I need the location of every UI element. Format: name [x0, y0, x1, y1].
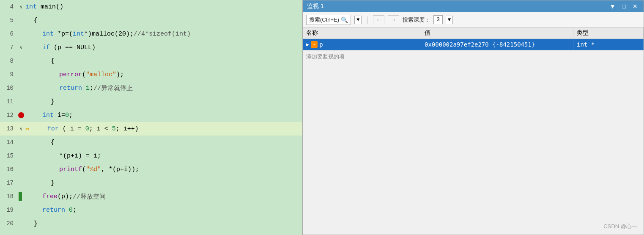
search-icon: 🔍 [341, 17, 348, 23]
code-text: (p); [58, 193, 73, 200]
pin-button[interactable]: ▼ [608, 3, 617, 10]
code-line-10: 10 return 1;//异常就停止 [0, 81, 302, 95]
line-marker-13: ∨ [17, 126, 25, 132]
line-number-5: 5 [0, 17, 17, 24]
code-text: ); [116, 71, 124, 78]
collapse-icon-13[interactable]: ∨ [20, 126, 23, 132]
code-content-8: { [25, 58, 302, 65]
code-content-20: } [25, 220, 302, 227]
header-name: 名称 [303, 28, 421, 39]
watch-table: 名称 值 类型 ▶ ~ p 0x000002a97ef2e270 {-84215… [303, 28, 644, 235]
number: 0 [65, 112, 69, 119]
code-line-12: 12 int i=0; [0, 108, 302, 122]
keyword: for [47, 125, 59, 133]
code-text: main() [37, 3, 63, 11]
search-box[interactable]: 搜索(Ctrl+E) 🔍 [306, 15, 351, 25]
line-number-6: 6 [0, 30, 17, 37]
code-text: , *(p+i)); [101, 166, 139, 173]
code-text: ; i++) [116, 125, 139, 133]
code-text: } [34, 220, 38, 227]
code-text [82, 85, 86, 92]
collapse-icon-7[interactable]: ∨ [20, 45, 23, 50]
variable-icon: ~ [311, 41, 318, 48]
keyword: return [59, 85, 82, 92]
line-marker-18 [17, 192, 25, 201]
line-number-14: 14 [0, 139, 17, 146]
code-line-20: 20 } [0, 217, 302, 230]
nav-forward-button[interactable]: → [388, 15, 399, 24]
watch-titlebar: 监视 1 ▼ □ ✕ [303, 0, 644, 12]
code-line-13: 13 ∨ ⇒ for ( i = 0; i < 5; i++) [0, 122, 302, 135]
code-line-6: 6 int *p=(int*)malloc(20);//4*sizeof(int… [0, 27, 302, 41]
code-line-17: 17 } [0, 176, 302, 190]
code-line-7: 7 ∨ if (p == NULL) [0, 41, 302, 54]
watch-toolbar: 搜索(Ctrl+E) 🔍 ▼ | ← → 搜索深度： 3 ▼ [303, 12, 644, 28]
restore-button[interactable]: □ [621, 3, 628, 10]
keyword: int [25, 3, 37, 11]
code-content-12: int i=0; [25, 112, 302, 119]
nav-back-button[interactable]: ← [373, 15, 384, 24]
code-content-5: { [25, 17, 302, 24]
line-number-19: 19 [0, 207, 17, 213]
watch-cell-type-p: int * [573, 39, 644, 50]
line-number-4: 4 [0, 3, 17, 10]
number: 1 [86, 85, 90, 92]
number: 0 [85, 125, 89, 133]
depth-value: 3 [433, 15, 443, 24]
keyword: return [42, 207, 65, 214]
code-text: ; [90, 85, 93, 92]
search-dropdown[interactable]: ▼ [354, 16, 362, 24]
collapse-icon-4[interactable]: ∨ [20, 4, 23, 10]
expand-icon[interactable]: ▶ [306, 41, 309, 47]
header-type: 类型 [573, 28, 644, 39]
line-number-8: 8 [0, 58, 17, 64]
code-text: ( [82, 166, 86, 173]
toolbar-separator: | [365, 16, 370, 24]
code-text: { [51, 58, 55, 65]
code-content-18: free(p);//释放空间 [25, 193, 302, 201]
code-text: } [51, 98, 55, 105]
line-number-15: 15 [0, 152, 17, 159]
function-name: perror [59, 71, 82, 78]
line-marker-12 [17, 112, 25, 118]
line-number-11: 11 [0, 98, 17, 105]
code-content-19: return 0; [25, 207, 302, 214]
line-number-16: 16 [0, 166, 17, 173]
code-text: ; [73, 207, 77, 214]
depth-dropdown[interactable]: ▼ [446, 16, 453, 24]
line-number-9: 9 [0, 71, 17, 78]
line-number-18: 18 [0, 193, 17, 200]
code-content-15: *(p+i) = i; [25, 152, 302, 160]
code-text: { [51, 139, 55, 146]
keyword: if [42, 44, 50, 51]
code-content-4: int main() [25, 3, 302, 11]
search-label: 搜索(Ctrl+E) [309, 16, 339, 24]
code-text: } [51, 180, 55, 187]
code-content-9: perror("malloc"); [25, 71, 302, 78]
breakpoint-icon-12[interactable] [18, 112, 24, 118]
function-name: printf [59, 166, 82, 173]
keyword: int [73, 30, 84, 38]
watch-table-row-p[interactable]: ▶ ~ p 0x000002a97ef2e270 {-842150451} in… [303, 39, 644, 50]
number: 5 [112, 125, 116, 133]
code-content-16: printf("%d", *(p+i)); [25, 166, 302, 173]
line-number-12: 12 [0, 112, 17, 119]
number: 0 [69, 207, 73, 214]
line-number-7: 7 [0, 44, 17, 51]
watch-cell-name-p: ▶ ~ p [303, 39, 421, 50]
watch-panel-title: 监视 1 [307, 3, 324, 10]
code-content-6: int *p=(int*)malloc(20);//4*sizeof(int) [25, 30, 302, 38]
line-number-20: 20 [0, 220, 17, 227]
code-line-19: 19 return 0; [0, 203, 302, 217]
add-watch-item[interactable]: 添加要监视的项 [303, 50, 644, 63]
watch-table-header: 名称 值 类型 [303, 28, 644, 39]
code-line-11: 11 } [0, 95, 302, 108]
code-content-14: { [25, 139, 302, 146]
comment: //异常就停止 [93, 84, 133, 92]
code-content-10: return 1;//异常就停止 [25, 84, 302, 92]
code-line-14: 14 { [0, 135, 302, 149]
titlebar-controls: ▼ □ ✕ [608, 3, 639, 10]
line-number-17: 17 [0, 180, 17, 186]
close-button[interactable]: ✕ [631, 3, 639, 10]
keyword: int [42, 30, 54, 38]
